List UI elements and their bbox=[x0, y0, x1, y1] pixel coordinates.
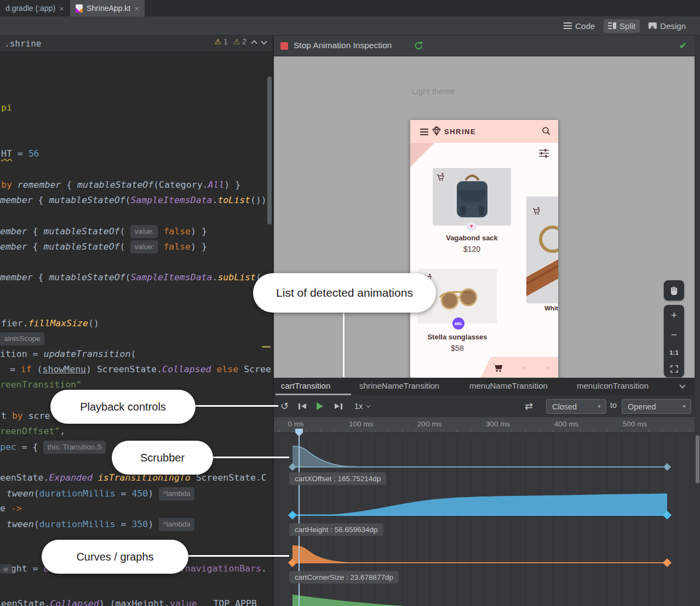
breadcrumb: .shrine bbox=[4, 38, 41, 49]
warning-icon: ⚠ bbox=[215, 37, 222, 46]
view-mode-code-button[interactable]: Code bbox=[559, 19, 599, 33]
code-line: t by scre bbox=[1, 410, 50, 422]
zoom-in-button[interactable]: + bbox=[671, 310, 677, 320]
code-line: member { mutableStateOf(SampleItemsData.… bbox=[0, 272, 261, 284]
timeline-ruler[interactable]: 0 ms 100 ms 200 ms 300 ms 400 ms 500 ms bbox=[274, 417, 700, 432]
loop-playback-button[interactable]: ↺ bbox=[280, 395, 289, 417]
shrine-logo-icon bbox=[431, 125, 442, 136]
stop-animation-inspection-button[interactable]: Stop Animation Inspection bbox=[294, 41, 392, 50]
from-state-dropdown[interactable]: Closed ▼ bbox=[546, 399, 606, 414]
swap-states-button[interactable]: ⇄ bbox=[525, 395, 533, 417]
tab-shrineapp-file[interactable]: ShrineApp.kt × bbox=[70, 0, 145, 16]
curve-value-label: cartXOffset : 165.75214dp bbox=[289, 472, 386, 485]
pan-tool-button[interactable] bbox=[664, 280, 684, 301]
code-line: eenState.Collapsed) (maxHeight.value TOP… bbox=[1, 598, 257, 606]
zoom-controls: + − 1:1 bbox=[664, 305, 684, 377]
zoom-to-fit-button[interactable] bbox=[670, 365, 678, 373]
next-warning-icon[interactable] bbox=[261, 38, 267, 44]
tick-label: 300 ms bbox=[486, 420, 510, 428]
preview-canvas[interactable]: Light theme SHRINE bbox=[274, 56, 700, 378]
cart-item-dot bbox=[523, 366, 526, 370]
to-label: to bbox=[610, 401, 617, 409]
stop-icon[interactable] bbox=[280, 42, 288, 50]
product-name: Stella sunglasses bbox=[418, 333, 497, 341]
kotlin-file-icon bbox=[76, 4, 83, 13]
go-to-end-button[interactable] bbox=[335, 395, 342, 417]
code-line: tween(durationMillis = 450) ^lambda bbox=[7, 487, 194, 500]
product-name-partial: Whit bbox=[544, 305, 558, 311]
editor-toolbar: Code Split Design bbox=[0, 16, 700, 36]
playback-controls-row: ↺ 1x ⇄ Closed ▼ to Opened ▼ bbox=[274, 395, 700, 417]
tab-menu-icon-transition[interactable]: menuIconTransition bbox=[577, 381, 649, 390]
code-line: member { mutableStateOf(SampleItemsData.… bbox=[0, 194, 267, 206]
close-icon[interactable]: × bbox=[59, 4, 64, 13]
keyframe-diamond[interactable] bbox=[663, 558, 672, 567]
curves-panel: cartXOffset : 165.75214dp cartHeight : 5… bbox=[274, 432, 700, 606]
code-line: ember { mutableStateOf( value: false) } bbox=[0, 240, 207, 253]
callout-detected-animations: List of detected animations bbox=[253, 273, 436, 313]
tab-cart-transition[interactable]: cartTransition bbox=[281, 381, 330, 390]
shrine-app-preview: SHRINE ♥ Vagabond sack bbox=[410, 119, 559, 381]
animation-inspection-bar: Stop Animation Inspection ✔ bbox=[274, 36, 700, 56]
code-line: ember { mutableStateOf( value: false) } bbox=[0, 225, 207, 238]
callout-scrubber: Scrubber bbox=[112, 441, 213, 475]
split-view-icon bbox=[608, 22, 616, 29]
curve-value-label: cartHeight : 56.659634dp bbox=[289, 523, 383, 536]
editor-scrollbar[interactable] bbox=[267, 77, 272, 224]
design-view-label: Design bbox=[660, 21, 686, 31]
menu-icon bbox=[420, 129, 428, 137]
to-state-dropdown[interactable]: Opened ▼ bbox=[622, 399, 691, 414]
code-line: HT = 56 bbox=[1, 148, 39, 160]
design-view-icon bbox=[649, 22, 657, 29]
code-line: aintsScope bbox=[0, 332, 44, 345]
callout-line-animations bbox=[343, 313, 345, 377]
chevron-down-icon bbox=[366, 403, 370, 407]
cart-icon bbox=[492, 362, 503, 372]
tab-menu-name-transition[interactable]: menuNameTransition bbox=[469, 381, 548, 390]
from-state-value: Closed bbox=[552, 402, 577, 411]
refresh-icon[interactable] bbox=[414, 41, 423, 50]
view-mode-split-button[interactable]: Split bbox=[604, 19, 640, 33]
code-editor-pane[interactable]: .shrine ⚠ 1 ⚠ 2 pi HT = 56 by remember {… bbox=[0, 36, 274, 606]
file-tab-bar: d.gradle (:app) × ShrineApp.kt × bbox=[0, 0, 700, 16]
warning-count-1: 1 bbox=[223, 37, 228, 46]
search-icon bbox=[542, 126, 551, 136]
code-line: fier.fillMaxSize() bbox=[1, 318, 99, 330]
vertical-scrollbar[interactable] bbox=[696, 435, 699, 483]
chevron-down-icon[interactable] bbox=[679, 382, 685, 388]
callout-line-playback bbox=[195, 405, 278, 407]
tab-shrineapp-label: ShrineApp.kt bbox=[87, 4, 130, 13]
product-price: $58 bbox=[418, 344, 497, 353]
inspection-widget[interactable]: ⚠ 1 ⚠ 2 bbox=[215, 37, 267, 46]
preview-theme-label: Light theme bbox=[412, 86, 455, 96]
callout-line-curves bbox=[188, 555, 289, 557]
code-view-icon bbox=[564, 22, 572, 29]
close-icon[interactable]: × bbox=[134, 4, 139, 13]
playback-speed-dropdown[interactable]: 1x bbox=[354, 395, 369, 417]
warning-icon: ⚠ bbox=[233, 37, 240, 46]
callout-playback-controls: Playback controls bbox=[50, 390, 196, 424]
split-view-label: Split bbox=[619, 21, 635, 31]
view-mode-design-button[interactable]: Design bbox=[644, 19, 690, 33]
zoom-out-button[interactable]: − bbox=[671, 330, 677, 340]
keyframe-diamond[interactable] bbox=[663, 463, 671, 471]
tab-shrine-name-transition[interactable]: shrineNameTransition bbox=[359, 381, 439, 390]
tab-gradle-file[interactable]: d.gradle (:app) × bbox=[0, 0, 70, 16]
to-state-value: Opened bbox=[628, 402, 656, 411]
keyframe-diamond[interactable] bbox=[288, 511, 297, 520]
prev-warning-icon[interactable] bbox=[251, 40, 257, 46]
caret-down-icon: ▼ bbox=[682, 404, 686, 409]
play-button[interactable] bbox=[317, 395, 323, 417]
callout-line-scrubber bbox=[213, 457, 289, 458]
add-to-cart-icon bbox=[436, 172, 445, 181]
add-to-cart-icon bbox=[532, 206, 541, 215]
tick-label: 100 ms bbox=[349, 420, 373, 428]
check-icon: ✔ bbox=[679, 40, 687, 51]
hand-icon bbox=[669, 285, 679, 296]
zoom-100-button[interactable]: 1:1 bbox=[669, 349, 679, 356]
product-price: $120 bbox=[433, 245, 511, 253]
go-to-start-button[interactable] bbox=[299, 395, 306, 417]
app-bar-notch bbox=[410, 143, 434, 167]
hint-chip: e bbox=[0, 564, 12, 574]
code-line: = if (showMenu) ScreenState.Collapsed el… bbox=[4, 363, 271, 376]
